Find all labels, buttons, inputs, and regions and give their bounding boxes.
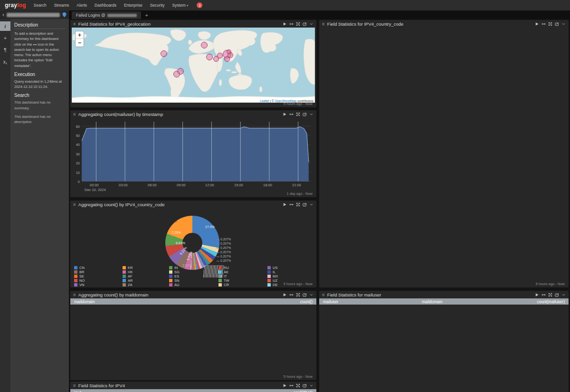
legend-item[interactable]: RU — [218, 266, 229, 270]
edit-icon[interactable] — [303, 112, 307, 116]
map-marker[interactable] — [224, 56, 230, 62]
legend-item[interactable]: AR — [123, 278, 133, 283]
move-horizontal-icon[interactable] — [289, 22, 294, 26]
legend-item[interactable]: UZ — [267, 278, 277, 283]
legend-item[interactable]: AF — [123, 274, 133, 278]
edit-icon[interactable] — [303, 383, 307, 388]
map-marker[interactable] — [201, 42, 208, 48]
nav-dashboards[interactable]: Dashboards — [95, 3, 116, 8]
legend-item[interactable]: KR — [123, 266, 133, 270]
legend-item[interactable]: HK — [123, 270, 133, 274]
leaflet-link[interactable]: Leaflet — [260, 99, 269, 103]
expand-icon[interactable] — [548, 22, 552, 26]
legend-item[interactable]: CR — [218, 283, 229, 287]
notification-badge[interactable]: 3 — [197, 2, 202, 8]
chevron-down-icon[interactable] — [309, 22, 314, 26]
edit-icon[interactable] — [555, 22, 559, 26]
play-icon[interactable] — [535, 22, 539, 26]
edit-icon[interactable] — [555, 293, 559, 297]
drag-handle-icon[interactable]: ≡ — [73, 292, 76, 297]
legend-item[interactable]: IT — [218, 274, 227, 278]
pin-icon[interactable] — [62, 12, 66, 18]
move-horizontal-icon[interactable] — [289, 112, 294, 116]
drag-handle-icon[interactable]: ≡ — [73, 21, 76, 27]
zoom-in-button[interactable]: + — [76, 31, 84, 39]
move-horizontal-icon[interactable] — [542, 293, 546, 297]
column-maildomain[interactable]: maildomain — [74, 299, 300, 304]
chevron-down-icon[interactable] — [561, 293, 566, 297]
drag-handle-icon[interactable]: ≡ — [322, 21, 325, 27]
legend-item[interactable]: AU — [169, 283, 179, 287]
pilcrow-icon[interactable]: ¶ — [0, 45, 10, 55]
osm-link[interactable]: OpenStreetMap — [275, 99, 296, 103]
drag-handle-icon[interactable]: ≡ — [73, 112, 76, 117]
legend-item[interactable]: TW — [218, 278, 229, 283]
column-card-ipv4[interactable]: card(IPV4) — [293, 390, 313, 392]
move-horizontal-icon[interactable] — [289, 383, 294, 388]
world-map[interactable]: + − Leaflet | © OpenStreetMap contributo… — [72, 28, 315, 103]
column-ipv4[interactable]: ipv4 — [74, 390, 293, 392]
play-icon[interactable] — [283, 293, 287, 297]
legend-item[interactable]: IL — [267, 270, 276, 274]
drag-handle-icon[interactable]: ≡ — [73, 383, 76, 388]
expand-icon[interactable] — [296, 293, 300, 297]
tab-failed-logins[interactable]: Failed Logins @ — [72, 11, 141, 19]
column-count[interactable]: count() — [300, 299, 313, 304]
add-icon[interactable]: + — [0, 33, 10, 43]
graylog-logo[interactable]: graylog — [5, 2, 26, 9]
legend-item[interactable]: CN — [74, 266, 85, 270]
nav-system-menu[interactable]: System▾ — [172, 3, 188, 8]
drag-handle-icon[interactable]: ≡ — [322, 292, 325, 297]
legend-item[interactable]: BR — [74, 270, 84, 274]
drag-handle-icon[interactable]: ≡ — [73, 202, 76, 207]
nav-search[interactable]: Search — [34, 3, 47, 8]
zoom-out-button[interactable]: − — [76, 39, 84, 47]
move-horizontal-icon[interactable] — [289, 293, 294, 297]
info-icon[interactable]: i — [0, 21, 10, 31]
chevron-down-icon[interactable] — [309, 112, 314, 116]
map-marker[interactable] — [227, 49, 231, 54]
legend-item[interactable]: VN — [74, 283, 84, 287]
legend-item[interactable]: US — [267, 266, 277, 270]
legend-item[interactable]: ES — [169, 274, 179, 278]
play-icon[interactable] — [535, 293, 539, 297]
play-icon[interactable] — [283, 383, 287, 388]
collapse-sidebar-icon[interactable]: ‹ — [2, 12, 4, 18]
play-icon[interactable] — [283, 202, 287, 207]
play-icon[interactable] — [283, 112, 287, 116]
nav-security[interactable]: Security — [150, 3, 165, 8]
map-marker[interactable] — [173, 71, 180, 77]
column-count-mailuser[interactable]: count(mailuser) — [537, 299, 565, 304]
legend-item[interactable]: SE — [74, 274, 84, 278]
expand-icon[interactable] — [548, 293, 552, 297]
play-icon[interactable] — [283, 22, 287, 26]
legend-item[interactable]: MX — [267, 274, 278, 278]
expand-icon[interactable] — [296, 112, 300, 116]
fields-icon[interactable]: x₁ — [0, 57, 10, 67]
legend-item[interactable]: SG — [169, 270, 180, 274]
edit-icon[interactable] — [303, 202, 307, 207]
edit-icon[interactable] — [303, 22, 307, 26]
chevron-down-icon[interactable] — [309, 383, 314, 388]
legend-item[interactable]: SN — [169, 278, 179, 283]
nav-alerts[interactable]: Alerts — [76, 3, 87, 8]
expand-icon[interactable] — [296, 383, 300, 388]
move-horizontal-icon[interactable] — [542, 22, 546, 26]
nav-streams[interactable]: Streams — [54, 3, 69, 8]
chevron-down-icon[interactable] — [561, 22, 566, 26]
chevron-down-icon[interactable] — [309, 293, 314, 297]
column-mailuser[interactable]: mailuser — [323, 299, 422, 304]
legend-item[interactable]: AE — [218, 270, 228, 274]
edit-icon[interactable] — [303, 293, 307, 297]
move-horizontal-icon[interactable] — [289, 202, 294, 207]
map-marker[interactable] — [217, 53, 223, 58]
legend-item[interactable]: NO — [74, 278, 85, 283]
legend-item[interactable]: ZA — [123, 283, 133, 287]
expand-icon[interactable] — [296, 202, 300, 207]
map-marker[interactable] — [206, 54, 213, 60]
column-maildomain[interactable]: maildomain — [422, 299, 537, 304]
expand-icon[interactable] — [296, 22, 300, 26]
chevron-down-icon[interactable] — [309, 202, 314, 207]
legend-item[interactable]: IN — [169, 266, 178, 270]
legend-item[interactable]: DE — [267, 283, 277, 287]
